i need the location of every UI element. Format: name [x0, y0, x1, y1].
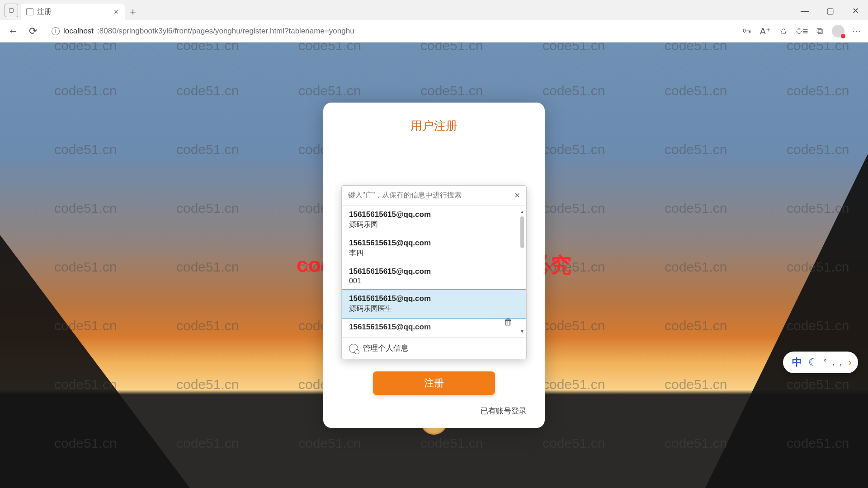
watermark-tile: code51.cn — [542, 318, 605, 333]
back-button[interactable]: ← — [5, 23, 21, 39]
watermark-tile: code51.cn — [542, 436, 605, 451]
autofill-item-line2: 源码乐园医生 — [349, 304, 519, 314]
scroll-thumb[interactable] — [520, 216, 524, 248]
more-menu-icon[interactable]: ⋯ — [851, 25, 863, 37]
person-settings-icon — [349, 344, 358, 353]
autofill-item-line1: 15615615615@qq.com — [349, 210, 519, 219]
ime-expand-icon[interactable]: › — [848, 356, 852, 369]
refresh-button[interactable]: ⟳ — [25, 23, 41, 39]
autofill-item-line2: 001 — [349, 277, 519, 285]
tab-title: 注册 — [37, 7, 52, 17]
watermark-tile: code51.cn — [542, 83, 605, 99]
autofill-item-line1: 15615615615@qq.com — [349, 267, 519, 276]
watermark-tile: code51.cn — [54, 318, 117, 333]
ime-moon-icon[interactable]: ☾ — [808, 357, 817, 368]
watermark-tile: code51.cn — [542, 142, 605, 157]
watermark-tile: code51.cn — [542, 201, 605, 216]
watermark-tile: code51.cn — [54, 142, 117, 157]
autofill-item[interactable]: 15615615615@qq.com李四 — [342, 234, 526, 263]
watermark-tile: code51.cn — [54, 201, 117, 216]
watermark-tile: code51.cn — [298, 42, 361, 53]
watermark-tile: code51.cn — [787, 436, 849, 451]
manage-personal-info[interactable]: 管理个人信息 — [342, 337, 526, 359]
read-aloud-icon[interactable]: A⁺ — [760, 25, 771, 37]
close-window-button[interactable]: ✕ — [843, 2, 868, 20]
watermark-tile: code51.cn — [787, 83, 849, 99]
watermark-tile: code51.cn — [176, 436, 239, 451]
watermark-tile: code51.cn — [542, 42, 605, 53]
favorites-add-icon[interactable]: ✩ — [778, 25, 789, 37]
watermark-tile: code51.cn — [176, 42, 239, 53]
watermark-tile: code51.cn — [665, 142, 727, 157]
watermark-tile: code51.cn — [787, 377, 849, 392]
url-rest: :8080/springbootk3yl6/front/pages/yonghu… — [97, 27, 354, 36]
collections-icon[interactable]: ⧉ — [814, 25, 826, 37]
watermark-tile: code51.cn — [787, 201, 849, 216]
watermark-tile: code51.cn — [54, 436, 117, 451]
autofill-scrollbar[interactable]: ▴ ▾ — [519, 208, 525, 334]
profile-avatar[interactable] — [832, 25, 844, 38]
watermark-tile: code51.cn — [420, 83, 483, 99]
watermark-tile: code51.cn — [665, 318, 727, 333]
minimize-button[interactable]: ― — [792, 2, 817, 20]
delete-entry-icon[interactable]: 🗑 — [504, 317, 513, 327]
watermark-tile: code51.cn — [176, 201, 239, 216]
autofill-dropdown: 键入"广"，从保存的信息中进行搜索 × 15615615615@qq.com源码… — [341, 185, 527, 359]
site-info-icon[interactable]: i — [52, 27, 60, 35]
tab-bar: 注册 × ＋ ― ▢ ✕ — [0, 0, 868, 20]
watermark-tile: code51.cn — [298, 436, 361, 451]
watermark-tile: code51.cn — [176, 259, 239, 275]
watermark-tile: code51.cn — [54, 377, 117, 392]
watermark-tile: code51.cn — [787, 259, 849, 275]
url-field[interactable]: i localhost:8080/springbootk3yl6/front/p… — [45, 23, 737, 39]
close-tab-icon[interactable]: × — [113, 7, 118, 17]
watermark-tile: code51.cn — [298, 83, 361, 99]
autofill-item[interactable]: 15615615615@qq.com源码乐园医生 — [342, 289, 526, 319]
autofill-item-line1: 15615615615@qq.com — [349, 294, 519, 303]
watermark-tile: code51.cn — [665, 436, 727, 451]
page-viewport: code51.cncode51.cncode51.cncode51.cncode… — [0, 42, 868, 488]
maximize-button[interactable]: ▢ — [817, 2, 843, 20]
autofill-item[interactable]: 15615615615@qq.com — [342, 318, 526, 337]
watermark-tile: code51.cn — [176, 83, 239, 99]
watermark-tile: code51.cn — [176, 377, 239, 392]
watermark-tile: code51.cn — [787, 42, 849, 53]
autofill-close-icon[interactable]: × — [514, 190, 520, 201]
autofill-item[interactable]: 15615615615@qq.com源码乐园 — [342, 206, 526, 234]
watermark-tile: code51.cn — [176, 142, 239, 157]
ime-lang[interactable]: 中 — [792, 356, 802, 369]
autofill-item-line2: 源码乐园 — [349, 220, 519, 230]
password-icon[interactable]: 🗝 — [741, 25, 753, 37]
favorites-bar-icon[interactable]: ✩≡ — [796, 25, 807, 37]
manage-label: 管理个人信息 — [363, 343, 409, 353]
watermark-tile: code51.cn — [176, 318, 239, 333]
ime-toolbar[interactable]: 中 ☾ ° ， , › — [783, 352, 858, 373]
watermark-tile: code51.cn — [665, 259, 727, 275]
watermark-tile: code51.cn — [665, 83, 727, 99]
autofill-item-line2: 李四 — [349, 249, 519, 258]
autofill-hint-text: 键入"广"，从保存的信息中进行搜索 — [348, 191, 462, 200]
watermark-tile: code51.cn — [54, 259, 117, 275]
browser-tab[interactable]: 注册 × — [21, 4, 125, 20]
register-button[interactable]: 注册 — [373, 371, 495, 395]
new-tab-button[interactable]: ＋ — [125, 4, 141, 20]
watermark-tile: code51.cn — [787, 142, 849, 157]
scroll-up-icon[interactable]: ▴ — [519, 208, 525, 215]
autofill-item[interactable]: 15615615615@qq.com001 — [342, 263, 526, 290]
scroll-down-icon[interactable]: ▾ — [519, 328, 525, 334]
toolbar-right: 🗝 A⁺ ✩ ✩≡ ⧉ ⋯ — [741, 25, 863, 38]
watermark-tile: code51.cn — [542, 377, 605, 392]
autofill-list: 15615615615@qq.com源码乐园15615615615@qq.com… — [342, 206, 526, 337]
watermark-tile: code51.cn — [420, 42, 483, 53]
autofill-item-line1: 15615615615@qq.com — [349, 239, 519, 248]
login-link[interactable]: 已有账号登录 — [481, 406, 527, 416]
tab-overview-button[interactable] — [5, 4, 18, 17]
ime-punct[interactable]: ° ， , — [824, 357, 842, 368]
page-icon — [26, 8, 33, 15]
watermark-tile: code51.cn — [54, 42, 117, 53]
url-host: localhost — [63, 27, 94, 36]
address-bar: ← ⟳ i localhost:8080/springbootk3yl6/fro… — [0, 20, 868, 42]
card-title: 用户注册 — [410, 118, 458, 134]
watermark-tile: code51.cn — [665, 42, 727, 53]
autofill-item-line1: 15615615615@qq.com — [349, 323, 519, 332]
